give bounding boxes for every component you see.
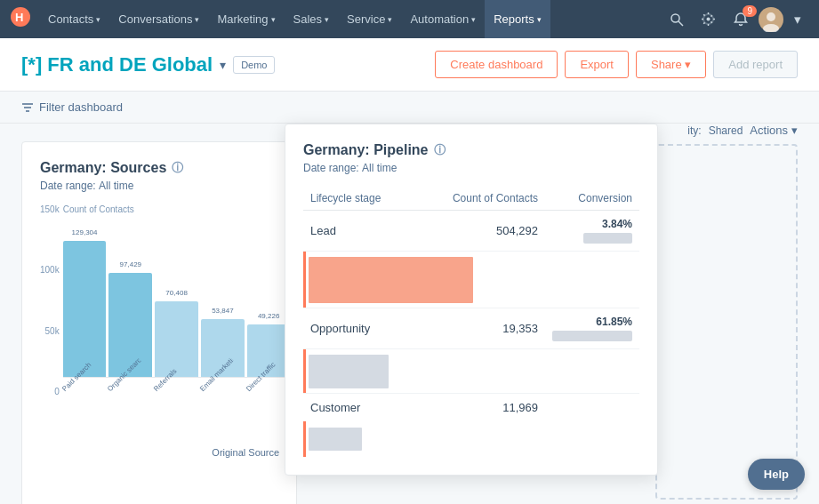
table-row: Customer 11,969 <box>303 394 639 421</box>
add-report-button: Add report <box>713 51 798 78</box>
nav-marketing[interactable]: Marketing ▾ <box>208 0 284 38</box>
chevron-down-icon: ▾ <box>325 15 329 24</box>
title-area: [*] FR and DE Global ▾ Demo <box>21 53 435 76</box>
table-row: Opportunity 19,353 61.85% <box>303 308 639 349</box>
col-count: Count of Contacts <box>414 187 545 211</box>
page-title: [*] FR and DE Global <box>21 53 213 76</box>
account-dropdown-icon[interactable]: ▾ <box>787 6 808 33</box>
notification-count: 9 <box>743 5 757 17</box>
nav-automation[interactable]: Automation ▾ <box>401 0 485 38</box>
pipeline-table: Lifecycle stage Count of Contacts Conver… <box>303 187 639 457</box>
chevron-down-icon: ▾ <box>537 15 542 24</box>
chevron-down-icon: ▾ <box>96 15 100 24</box>
header-actions: Create dashboard Export Share ▾ Add repo… <box>435 51 798 78</box>
settings-button[interactable] <box>695 7 723 32</box>
main-content: Germany: Sources ⓘ Date range: All time … <box>0 124 819 504</box>
nav-sales[interactable]: Sales ▾ <box>285 0 339 38</box>
help-button[interactable]: Help <box>748 459 805 490</box>
table-row <box>303 421 639 457</box>
svg-point-2 <box>671 14 679 22</box>
navigation: H Contacts ▾ Conversations ▾ Marketing ▾… <box>0 0 819 38</box>
filter-dashboard-button[interactable]: Filter dashboard <box>21 100 123 114</box>
y-axis: 150k 100k 50k 0 <box>40 204 60 400</box>
nav-contacts[interactable]: Contacts ▾ <box>39 0 109 38</box>
table-row <box>303 252 639 309</box>
export-button[interactable]: Export <box>565 51 629 78</box>
chevron-down-icon: ▾ <box>388 15 392 24</box>
sources-card-title: Germany: Sources ⓘ <box>40 160 278 176</box>
col-lifecycle: Lifecycle stage <box>303 187 414 211</box>
pipeline-card: Germany: Pipeline ⓘ Date range: All time… <box>285 124 658 476</box>
visibility-label: ity: <box>687 124 701 137</box>
search-button[interactable] <box>662 7 691 32</box>
chevron-down-icon: ▾ <box>471 15 476 24</box>
table-row <box>303 349 639 395</box>
title-dropdown-button[interactable]: ▾ <box>220 58 226 72</box>
sources-card: Germany: Sources ⓘ Date range: All time … <box>21 141 297 504</box>
right-panel: ity: Shared Actions ▾ <box>655 124 798 500</box>
svg-text:H: H <box>15 11 23 24</box>
page-header: [*] FR and DE Global ▾ Demo Create dashb… <box>0 38 819 92</box>
col-conversion: Conversion <box>545 187 639 211</box>
sources-date-range: Date range: All time <box>40 180 278 192</box>
nav-conversations[interactable]: Conversations ▾ <box>109 0 208 38</box>
svg-point-6 <box>763 24 779 32</box>
chevron-down-icon: ▾ <box>271 15 276 24</box>
demo-badge[interactable]: Demo <box>233 56 275 74</box>
notifications-button[interactable]: 9 <box>727 7 755 32</box>
chevron-down-icon: ▾ <box>195 15 199 24</box>
nav-service[interactable]: Service ▾ <box>338 0 401 38</box>
svg-point-5 <box>767 12 775 21</box>
nav-utilities: 9 ▾ <box>662 6 808 33</box>
share-button[interactable]: Share ▾ <box>636 51 706 78</box>
chart-wrapper: 150k 100k 50k 0 Count of Contacts 129,30… <box>40 204 278 458</box>
hubspot-logo[interactable]: H <box>11 7 30 32</box>
create-dashboard-button[interactable]: Create dashboard <box>435 51 558 78</box>
pipeline-info-icon[interactable]: ⓘ <box>434 142 446 158</box>
sources-info-icon[interactable]: ⓘ <box>172 160 183 176</box>
add-report-dropzone <box>655 144 798 500</box>
svg-point-4 <box>707 17 711 20</box>
subheader: Filter dashboard <box>0 92 819 124</box>
svg-line-3 <box>678 21 683 26</box>
visibility-row: ity: Shared Actions ▾ <box>655 124 798 137</box>
chevron-down-icon: ▾ <box>791 124 798 137</box>
filter-icon <box>21 101 34 114</box>
bar: 129,304 <box>63 241 107 377</box>
actions-button[interactable]: Actions ▾ <box>750 124 798 137</box>
visibility-value: Shared <box>709 124 743 137</box>
nav-reports[interactable]: Reports ▾ <box>485 0 550 38</box>
table-row: Lead 504,292 3.84% <box>303 211 639 252</box>
avatar[interactable] <box>759 7 783 32</box>
